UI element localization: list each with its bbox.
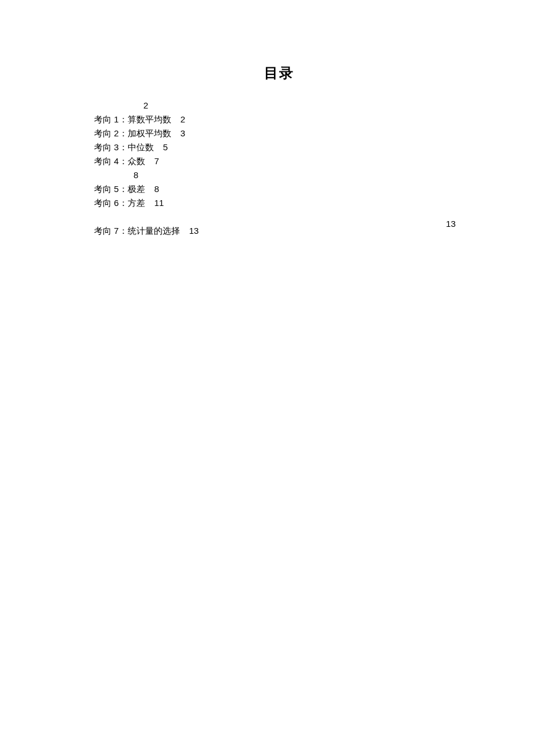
toc-title: 目录 (94, 64, 464, 82)
toc-page-number: 8 (154, 184, 159, 194)
toc-body: 2 考向 1：算数平均数 2 考向 2：加权平均数 3 考向 3：中位数 5 考… (94, 99, 464, 238)
document-page: 目录 2 考向 1：算数平均数 2 考向 2：加权平均数 3 考向 3：中位数 … (0, 0, 534, 238)
toc-entry: 考向 1：算数平均数 2 (94, 113, 464, 126)
toc-entry-label: 考向 4：众数 (94, 156, 145, 166)
toc-page-number: 2 (181, 114, 185, 124)
toc-entry: 考向 3：中位数 5 (94, 140, 464, 154)
toc-entry: 考向 7：统计量的选择 13 (94, 224, 464, 238)
toc-page-number: 2 (143, 100, 148, 110)
toc-page-number: 3 (181, 128, 185, 138)
toc-entry: 考向 4：众数 7 (94, 154, 464, 168)
toc-entry-label: 考向 5：极差 (94, 184, 145, 194)
toc-entry: 考向 6：方差 11 (94, 196, 464, 210)
toc-section-header: 8 (94, 168, 464, 182)
toc-entry-label: 考向 7：统计量的选择 (94, 226, 180, 236)
toc-entry-label: 考向 3：中位数 (94, 142, 154, 152)
toc-right-page-number: 13 (446, 219, 456, 229)
toc-entry: 考向 2：加权平均数 3 (94, 126, 464, 140)
toc-page-number: 11 (154, 198, 164, 208)
toc-section-header: 2 (94, 99, 464, 113)
toc-gap (94, 210, 464, 224)
toc-entry-label: 考向 2：加权平均数 (94, 128, 171, 138)
toc-page-number: 13 (189, 226, 199, 236)
toc-page-number: 5 (163, 142, 168, 152)
toc-entry-label: 考向 1：算数平均数 (94, 114, 171, 124)
toc-entry-label: 考向 6：方差 (94, 198, 145, 208)
toc-entry: 考向 5：极差 8 (94, 182, 464, 196)
toc-page-number: 8 (134, 170, 138, 180)
toc-page-number: 7 (154, 156, 159, 166)
